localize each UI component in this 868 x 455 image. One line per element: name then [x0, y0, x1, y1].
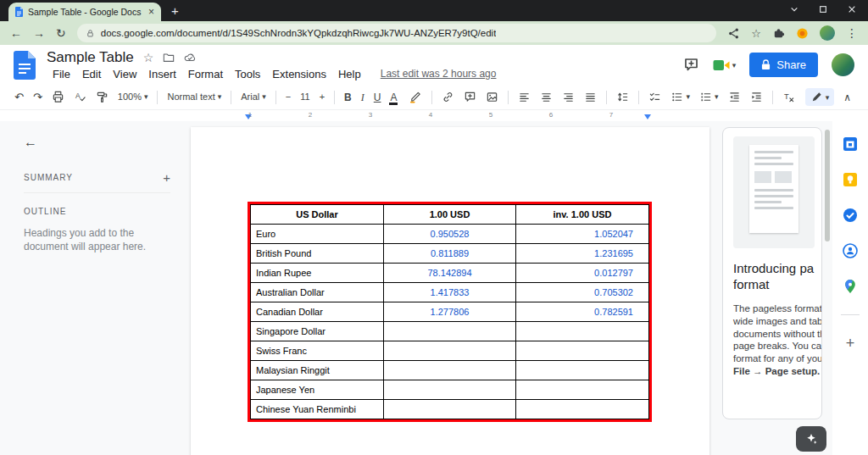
align-center-icon[interactable] — [537, 89, 555, 105]
vertical-scrollbar[interactable] — [825, 130, 830, 241]
cell-usd[interactable]: 0.811889 — [384, 244, 516, 264]
paragraph-style-select[interactable]: Normal text▾ — [164, 91, 224, 103]
cell-inv[interactable]: 0.705302 — [516, 283, 649, 302]
share-page-icon[interactable] — [727, 27, 740, 40]
address-bar[interactable]: docs.google.com/document/d/1S49SchNrodn3… — [77, 24, 717, 42]
menu-item-view[interactable]: View — [107, 67, 142, 81]
text-color-button[interactable]: A — [387, 91, 399, 104]
hide-menus-icon[interactable]: ∧ — [838, 92, 856, 103]
docs-logo[interactable] — [14, 51, 36, 80]
cell-currency[interactable]: British Pound — [251, 244, 384, 264]
contacts-icon[interactable] — [843, 243, 858, 258]
menu-item-edit[interactable]: Edit — [76, 67, 107, 81]
zoom-select[interactable]: 100%▾ — [115, 91, 151, 103]
align-justify-icon[interactable] — [581, 89, 599, 105]
underline-button[interactable]: U — [371, 91, 384, 104]
cell-inv[interactable]: 0.782591 — [516, 302, 649, 322]
browser-profile-avatar[interactable] — [820, 25, 835, 41]
menu-item-format[interactable]: Format — [182, 67, 229, 81]
numbered-list-icon[interactable]: ▾ — [697, 89, 721, 105]
cell-currency[interactable]: Chinese Yuan Renminbi — [251, 400, 384, 419]
cell-inv[interactable]: 1.052047 — [516, 225, 649, 244]
clear-formatting-icon[interactable]: T — [780, 89, 798, 105]
cell-usd[interactable]: 1.277806 — [384, 302, 516, 322]
cell-inv[interactable]: 0.012797 — [516, 264, 649, 283]
ruler[interactable]: 1234567 — [0, 110, 868, 121]
reload-icon[interactable]: ↻ — [56, 27, 66, 39]
keep-icon[interactable] — [843, 172, 858, 187]
back-icon[interactable]: ← — [10, 27, 22, 39]
highlight-color-icon[interactable] — [407, 89, 425, 105]
close-window-icon[interactable] — [848, 5, 856, 14]
cell-currency[interactable]: Swiss Franc — [251, 341, 384, 361]
menu-item-extensions[interactable]: Extensions — [266, 67, 332, 81]
menu-item-tools[interactable]: Tools — [229, 67, 266, 81]
get-addons-icon[interactable]: + — [846, 336, 855, 351]
tasks-icon[interactable] — [843, 208, 858, 223]
menu-item-help[interactable]: Help — [332, 67, 367, 81]
cell-currency[interactable]: Malaysian Ringgit — [251, 361, 384, 380]
learn-more-link[interactable]: Le — [820, 366, 822, 376]
close-outline-icon[interactable]: ← — [24, 135, 37, 150]
share-button[interactable]: Share — [749, 53, 818, 77]
cell-inv[interactable] — [516, 380, 649, 400]
menu-item-file[interactable]: File — [47, 67, 76, 81]
italic-button[interactable]: I — [359, 91, 367, 104]
font-select[interactable]: Arial▾ — [238, 91, 269, 103]
print-icon[interactable] — [49, 89, 67, 105]
maps-icon[interactable] — [843, 279, 858, 294]
move-folder-icon[interactable] — [163, 52, 175, 64]
spellcheck-icon[interactable]: A — [71, 89, 89, 105]
cell-usd[interactable]: 78.142894 — [384, 264, 516, 283]
extensions-puzzle-icon[interactable] — [772, 27, 785, 40]
cell-currency[interactable]: Indian Rupee — [251, 264, 384, 283]
minimize-icon[interactable] — [790, 5, 798, 14]
decrease-font-size-button[interactable]: − — [283, 91, 293, 103]
cell-currency[interactable]: Euro — [251, 225, 384, 244]
align-right-icon[interactable] — [559, 89, 577, 105]
cell-usd[interactable]: 1.417833 — [384, 283, 516, 302]
editing-mode-button[interactable]: ▾ — [805, 88, 835, 106]
star-document-icon[interactable]: ☆ — [143, 52, 154, 64]
cell-currency[interactable]: Canadian Dollar — [251, 302, 384, 322]
increase-indent-icon[interactable] — [748, 89, 765, 105]
document-page[interactable]: US Dollar1.00 USDinv. 1.00 USD Euro0.950… — [191, 127, 709, 455]
browser-menu-icon[interactable]: ⋮ — [846, 27, 858, 39]
cell-inv[interactable] — [516, 341, 649, 361]
new-tab-button[interactable]: + — [171, 4, 179, 17]
document-title[interactable]: Sample Table — [47, 49, 134, 66]
col-header-1[interactable]: 1.00 USD — [384, 205, 516, 225]
cell-currency[interactable]: Japanese Yen — [251, 380, 384, 400]
join-call-icon[interactable]: ▾ — [713, 59, 737, 71]
site-info-lock-icon[interactable] — [86, 29, 95, 38]
add-comment-icon[interactable] — [461, 89, 479, 105]
cell-usd[interactable] — [384, 361, 516, 380]
paint-format-icon[interactable] — [93, 89, 111, 105]
right-indent-marker[interactable] — [644, 114, 651, 119]
add-summary-icon[interactable]: + — [163, 170, 170, 185]
cell-inv[interactable] — [516, 400, 649, 419]
cell-currency[interactable]: Singapore Dollar — [251, 322, 384, 341]
explore-button[interactable] — [796, 426, 826, 452]
tab-close-icon[interactable]: × — [148, 7, 154, 17]
doc-table[interactable]: US Dollar1.00 USDinv. 1.00 USD Euro0.950… — [250, 204, 649, 419]
cell-usd[interactable] — [384, 341, 516, 361]
maximize-icon[interactable] — [819, 5, 827, 14]
last-edit-link[interactable]: Last edit was 2 hours ago — [381, 68, 497, 80]
cell-usd[interactable] — [384, 322, 516, 341]
bullet-list-icon[interactable]: ▾ — [668, 89, 693, 105]
cell-inv[interactable] — [516, 322, 649, 341]
bold-button[interactable]: B — [342, 91, 354, 104]
cell-currency[interactable]: Australian Dollar — [251, 283, 384, 302]
font-size-value[interactable]: 11 — [298, 91, 312, 103]
cell-inv[interactable] — [516, 361, 649, 380]
cloud-status-icon[interactable] — [184, 52, 196, 64]
cell-usd[interactable] — [384, 400, 516, 419]
undo-icon[interactable]: ↶ — [12, 90, 26, 104]
line-spacing-icon[interactable] — [614, 89, 632, 105]
redo-icon[interactable]: ↷ — [31, 90, 45, 104]
decrease-indent-icon[interactable] — [726, 89, 743, 105]
calendar-icon[interactable] — [843, 136, 858, 152]
align-left-icon[interactable] — [515, 89, 533, 105]
cell-usd[interactable] — [384, 380, 516, 400]
